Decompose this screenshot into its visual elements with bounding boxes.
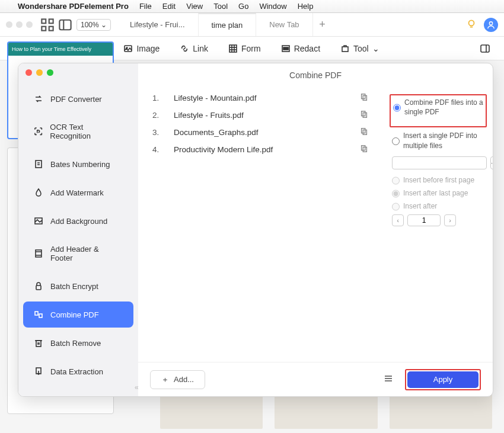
sidebar-item-batch-remove[interactable]: Batch Remove [23, 330, 133, 356]
dialog-title: Combine PDF [138, 63, 493, 89]
document-tabs: Lifestyle - Frui... time plan New Tab + [117, 13, 459, 36]
browse-button[interactable]: ··· [490, 156, 493, 169]
svg-point-6 [469, 20, 474, 25]
radio-before [392, 177, 400, 185]
add-tab-button[interactable]: + [313, 13, 332, 36]
dialog-footer: ＋ Add... Apply [138, 362, 493, 396]
sidebar-item-ocr[interactable]: OCR Text Recognition [23, 114, 133, 149]
tab-0[interactable]: Lifestyle - Frui... [117, 13, 198, 36]
svg-rect-31 [36, 341, 41, 347]
dialog-sidebar: PDF Converter OCR Text Recognition Bates… [18, 63, 138, 396]
radio-after-last [392, 190, 400, 198]
apply-button[interactable]: Apply [407, 371, 479, 388]
option-insert-after-last: Insert after last page [392, 188, 484, 198]
option-insert-multiple[interactable]: Insert a single PDF into multiple files [392, 131, 484, 150]
zoom-select[interactable]: 100% ⌄ [76, 19, 111, 31]
svg-rect-0 [42, 19, 46, 23]
menu-edit[interactable]: Edit [162, 2, 176, 11]
redact-tool[interactable]: Redact [281, 44, 320, 53]
sidebar-item-combine[interactable]: Combine PDF [23, 302, 133, 328]
add-files-button[interactable]: ＋ Add... [150, 370, 205, 389]
svg-rect-28 [36, 286, 41, 290]
menu-help[interactable]: Help [298, 2, 314, 11]
ocr-icon [34, 127, 43, 136]
sidebar-collapse-icon[interactable]: « [135, 383, 139, 392]
file-row[interactable]: 2. Lifestyle - Fruits.pdf [152, 107, 372, 124]
file-row[interactable]: 3. Documents_Graphs.pdf [152, 124, 372, 141]
menu-window[interactable]: Window [259, 2, 286, 11]
extract-icon [34, 367, 43, 376]
form-tool[interactable]: Form [228, 44, 261, 53]
page-range-icon[interactable] [360, 93, 372, 103]
svg-rect-19 [481, 45, 489, 52]
sidebar-item-data-extraction[interactable]: Data Extraction [23, 358, 133, 384]
svg-rect-4 [59, 20, 71, 30]
option-insert-before: Insert before first page [392, 175, 484, 185]
menu-file[interactable]: File [139, 2, 152, 11]
app-name[interactable]: Wondershare PDFelement Pro [18, 2, 129, 11]
page-next-button[interactable]: › [444, 214, 456, 226]
menu-tool[interactable]: Tool [213, 2, 228, 11]
tips-icon[interactable] [466, 18, 477, 31]
sidebar-item-pdf-converter[interactable]: PDF Converter [23, 86, 133, 112]
radio-after [392, 203, 400, 211]
svg-rect-11 [229, 45, 237, 52]
svg-rect-29 [35, 312, 38, 315]
svg-rect-1 [49, 19, 53, 23]
svg-rect-30 [39, 314, 42, 317]
svg-rect-25 [36, 250, 42, 257]
page-range-icon[interactable] [360, 110, 372, 120]
page-prev-button[interactable]: ‹ [392, 214, 404, 226]
svg-rect-3 [49, 26, 53, 30]
page-range-icon[interactable] [360, 145, 372, 155]
menu-view[interactable]: View [186, 2, 203, 11]
radio-insert[interactable] [392, 132, 400, 150]
combine-icon [34, 310, 43, 319]
macos-menubar: Wondershare PDFelement Pro File Edit Vie… [0, 0, 504, 13]
svg-point-8 [489, 21, 492, 24]
watermark-icon [34, 188, 43, 197]
sidebar-item-encrypt[interactable]: Batch Encrypt [23, 273, 133, 299]
lock-icon [34, 281, 43, 291]
window-controls[interactable] [6, 21, 33, 28]
file-list: 1. Lifestyle - Mountain.pdf 2. Lifestyle… [138, 89, 386, 362]
file-row[interactable]: 1. Lifestyle - Mountain.pdf [152, 89, 372, 107]
bates-icon [34, 159, 43, 169]
header-footer-icon [34, 249, 43, 258]
menu-go[interactable]: Go [238, 2, 248, 11]
svg-rect-2 [42, 26, 46, 30]
sidebar-toggle-icon[interactable] [59, 18, 72, 31]
tab-1[interactable]: time plan [199, 13, 257, 36]
combine-pdf-dialog: PDF Converter OCR Text Recognition Bates… [18, 63, 493, 397]
dialog-window-controls[interactable] [25, 69, 53, 76]
remove-icon [34, 338, 43, 348]
sidebar-item-bates[interactable]: Bates Numbering [23, 151, 133, 177]
tab-2[interactable]: New Tab [256, 13, 312, 36]
svg-rect-17 [283, 47, 288, 50]
window-topbar: 100% ⌄ Lifestyle - Frui... time plan New… [0, 13, 504, 37]
sidebar-item-header-footer[interactable]: Add Header & Footer [23, 236, 133, 271]
page-number-input[interactable] [407, 214, 441, 226]
option-combine-single[interactable]: Combine PDF files into a single PDF [393, 98, 483, 117]
convert-icon [34, 94, 43, 104]
user-avatar[interactable] [484, 18, 498, 32]
sidebar-item-background[interactable]: Add Background [23, 208, 133, 234]
insert-file-field[interactable] [392, 156, 487, 169]
dialog-main: Combine PDF 1. Lifestyle - Mountain.pdf … [138, 63, 493, 396]
background-icon [34, 216, 43, 226]
file-row[interactable]: 4. Productivity Modern Life.pdf [152, 141, 372, 158]
page-range-icon[interactable] [360, 127, 372, 137]
image-tool[interactable]: Image [123, 44, 160, 53]
plus-icon: ＋ [161, 374, 169, 385]
link-tool[interactable]: Link [180, 44, 208, 53]
svg-rect-21 [36, 161, 42, 168]
tool-menu[interactable]: Tool⌄ [340, 44, 379, 53]
radio-combine[interactable] [393, 99, 401, 117]
grid-view-icon[interactable] [41, 18, 54, 31]
list-view-icon[interactable] [384, 374, 393, 386]
option-insert-after: Insert after [392, 201, 484, 211]
combine-options: Combine PDF files into a single PDF Inse… [386, 89, 493, 362]
sidebar-item-watermark[interactable]: Add Watermark [23, 179, 133, 206]
page-stepper: ‹ › [392, 214, 484, 226]
right-panel-icon[interactable] [480, 44, 490, 53]
